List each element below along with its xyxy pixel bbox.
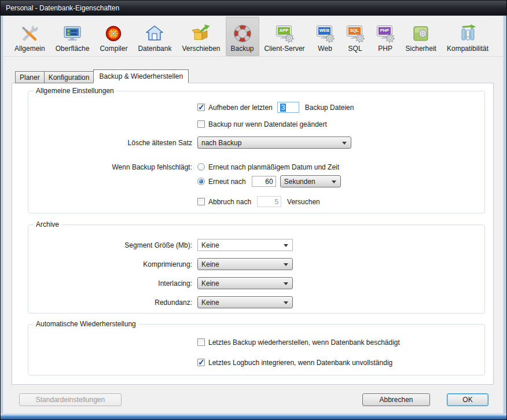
interlacing-value: Keine <box>201 279 219 288</box>
segment-size-dropdown[interactable]: Keine <box>197 239 293 251</box>
defaults-button-label: Standardeinstellungen <box>36 396 105 404</box>
toolbar-item-sql[interactable]: SQL SQL <box>340 17 370 56</box>
retry-after-radio[interactable] <box>197 178 205 185</box>
interlacing-label: Interlacing: <box>28 279 195 288</box>
delete-oldest-label: Lösche ältesten Satz <box>28 139 195 147</box>
cancel-button[interactable]: Abbrechen <box>362 393 430 406</box>
restore-backup-row: Letztes Backup wiederherstellen, wenn Da… <box>28 337 484 348</box>
keep-last-label: Aufheben der letzten <box>208 104 273 112</box>
lifering-icon <box>233 24 252 43</box>
house-icon <box>145 24 164 43</box>
toolbar-item-backup[interactable]: Backup <box>226 17 259 56</box>
toolbar-item-web[interactable]: WEB Web <box>310 17 340 56</box>
toolbar-item-client-server[interactable]: APP Client-Server <box>259 17 310 56</box>
restore-backup-label: Letztes Backup wiederherstellen, wenn Da… <box>208 338 400 347</box>
abort-attempts-input[interactable]: 5 <box>257 196 281 207</box>
toolbar-item-verschieben[interactable]: Verschieben <box>177 17 225 56</box>
interlacing-dropdown[interactable]: Keine <box>197 277 293 289</box>
sql-monitor-gear-icon: SQL <box>346 24 365 43</box>
delete-oldest-dropdown[interactable]: nach Backup <box>197 137 351 149</box>
toolbar-item-kompatibilitaet[interactable]: Kompatibilität <box>442 17 494 56</box>
toolbar-item-compiler[interactable]: Compiler <box>94 17 133 56</box>
box-arrow-icon <box>191 24 211 43</box>
tab-konfiguration[interactable]: Konfiguration <box>44 71 94 83</box>
keep-last-suffix-label: Backup Dateien <box>305 104 354 112</box>
redundancy-value: Keine <box>201 299 219 307</box>
abort-suffix-label: Versuchen <box>287 198 320 206</box>
integrate-log-checkbox[interactable] <box>197 359 205 366</box>
tab-label: Backup & Wiederherstellen <box>99 72 183 80</box>
binders-arrow-icon <box>458 24 477 43</box>
window-title: Personal - Datenbank-Eigenschaften <box>6 4 119 12</box>
abort-attempts-value: 5 <box>274 198 278 206</box>
retry-unit-dropdown[interactable]: Sekunden <box>280 175 341 187</box>
toolbar-item-php[interactable]: PHP PHP <box>370 17 401 56</box>
toolbar-item-label: Backup <box>231 45 254 53</box>
keep-last-checkbox[interactable] <box>197 104 205 111</box>
toolbar-item-datenbank[interactable]: Datenbank <box>133 17 177 56</box>
retry-after-label: Erneut nach <box>208 178 246 186</box>
compression-dropdown[interactable]: Keine <box>197 258 293 270</box>
retry-unit-value: Sekunden <box>284 178 315 186</box>
retry-scheduled-label: Erneut nach planmäßigem Datum und Zeit <box>208 163 339 171</box>
monitor-options-icon <box>63 24 82 43</box>
svg-text:APP: APP <box>279 28 288 33</box>
abort-row: Abbruch nach 5 Versuchen <box>28 196 484 207</box>
retry-scheduled-radio[interactable] <box>197 163 205 171</box>
app-monitor-gear-icon: APP <box>275 24 295 43</box>
tab-planer[interactable]: Planer <box>15 71 45 83</box>
toolbar-item-label: PHP <box>378 45 392 53</box>
toolbar-item-label: Allgemein <box>14 45 45 53</box>
titlebar[interactable]: Personal - Datenbank-Eigenschaften <box>1 1 506 16</box>
defaults-button[interactable]: Standardeinstellungen <box>19 393 122 406</box>
delete-oldest-row: Lösche ältesten Satz nach Backup <box>28 137 484 149</box>
retry-seconds-value: 60 <box>265 178 273 186</box>
chevron-down-icon <box>284 244 288 247</box>
chevron-down-icon <box>342 142 347 145</box>
tab-label: Planer <box>20 73 40 82</box>
toolbar-item-label: Verschieben <box>182 45 220 53</box>
tab-strip: Planer Konfiguration Backup & Wiederhers… <box>15 69 503 83</box>
svg-text:PHP: PHP <box>380 28 388 33</box>
interlacing-row: Interlacing: Keine <box>28 277 484 289</box>
cancel-button-label: Abbrechen <box>379 396 413 404</box>
php-monitor-gear-icon: PHP <box>376 24 395 43</box>
abort-checkbox[interactable] <box>197 198 205 205</box>
tab-backup-wiederherstellen[interactable]: Backup & Wiederherstellen <box>93 69 189 83</box>
toolbar-item-sicherheit[interactable]: Sicherheit <box>401 17 442 56</box>
fail-option2-row: Erneut nach 60 Sekunden <box>28 175 484 187</box>
restore-backup-checkbox[interactable] <box>197 338 205 346</box>
tools-icon <box>20 24 39 43</box>
group-title: Archive <box>34 220 61 229</box>
group-auto-recovery: Automatische Wiederherstellung Letztes B… <box>28 324 485 375</box>
keep-last-row: Aufheben der letzten 3 Backup Dateien <box>28 102 484 113</box>
tab-panel: Allgemeine Einstellungen Aufheben der le… <box>12 83 494 385</box>
toolbar-item-label: SQL <box>348 45 362 53</box>
svg-text:SQL: SQL <box>350 28 359 33</box>
redundancy-label: Redundanz: <box>28 299 195 307</box>
safe-cd-icon <box>411 24 431 43</box>
group-archive: Archive Segment Größe (Mb): Keine Kompri… <box>28 224 485 314</box>
wheel-icon <box>104 24 123 43</box>
integrate-log-label: Letztes Logbuch integrieren, wenn Datenb… <box>208 359 392 367</box>
toolbar-item-label: Oberfläche <box>56 45 90 53</box>
redundancy-dropdown[interactable]: Keine <box>197 296 293 308</box>
fail-option1-row: Wenn Backup fehlschlägt: Erneut nach pla… <box>28 161 484 172</box>
only-if-changed-checkbox[interactable] <box>197 120 205 128</box>
chevron-down-icon <box>284 263 288 266</box>
on-fail-label: Wenn Backup fehlschlägt: <box>28 163 195 171</box>
keep-count-input[interactable]: 3 <box>277 102 299 113</box>
tab-label: Konfiguration <box>49 73 90 82</box>
compression-row: Komprimierung: Keine <box>28 258 484 270</box>
dialog-window: Personal - Datenbank-Eigenschaften Allge… <box>0 0 507 420</box>
toolbar-item-allgemein[interactable]: Allgemein <box>9 17 50 56</box>
toolbar-item-oberflaeche[interactable]: Oberfläche <box>50 17 95 56</box>
group-title: Allgemeine Einstellungen <box>34 87 116 95</box>
group-title: Automatische Wiederherstellung <box>34 320 138 328</box>
group-general-settings: Allgemeine Einstellungen Aufheben der le… <box>28 91 485 213</box>
retry-seconds-input[interactable]: 60 <box>252 176 276 187</box>
svg-text:WEB: WEB <box>319 28 329 33</box>
integrate-log-row: Letztes Logbuch integrieren, wenn Datenb… <box>28 357 484 368</box>
abort-label: Abbruch nach <box>208 198 251 206</box>
ok-button[interactable]: OK <box>447 393 488 406</box>
